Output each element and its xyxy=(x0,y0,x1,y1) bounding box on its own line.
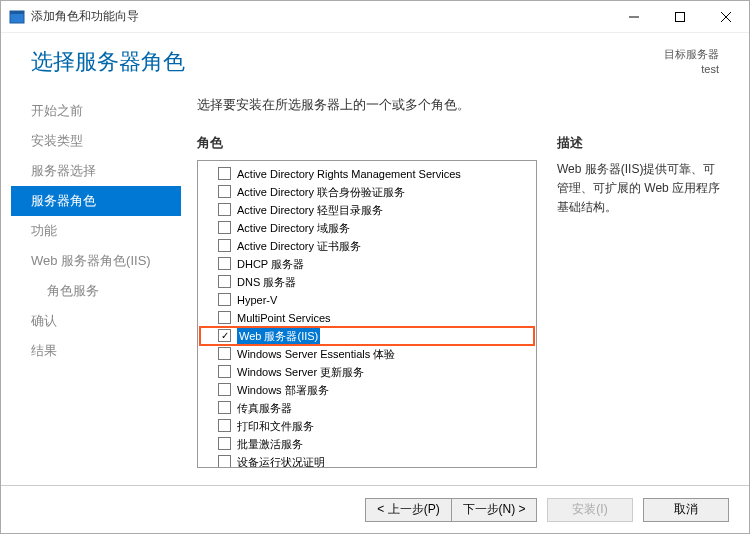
cancel-button[interactable]: 取消 xyxy=(643,498,729,522)
role-row[interactable]: Active Directory 轻型目录服务 xyxy=(200,201,534,219)
role-label: Active Directory 轻型目录服务 xyxy=(237,202,383,218)
role-label: Active Directory 域服务 xyxy=(237,220,350,236)
role-label: Windows 部署服务 xyxy=(237,382,329,398)
role-label: Hyper-V xyxy=(237,292,277,308)
role-label: Active Directory 证书服务 xyxy=(237,238,361,254)
role-checkbox[interactable] xyxy=(218,239,231,252)
role-checkbox[interactable] xyxy=(218,401,231,414)
install-button: 安装(I) xyxy=(547,498,633,522)
role-row[interactable]: Windows Server Essentials 体验 xyxy=(200,345,534,363)
role-row[interactable]: Windows Server 更新服务 xyxy=(200,363,534,381)
role-row[interactable]: MultiPoint Services xyxy=(200,309,534,327)
nav-item-7[interactable]: 确认 xyxy=(11,306,181,336)
description-heading: 描述 xyxy=(557,134,727,152)
role-checkbox[interactable] xyxy=(218,203,231,216)
role-checkbox[interactable] xyxy=(218,257,231,270)
window-title: 添加角色和功能向导 xyxy=(31,8,611,25)
target-label: 目标服务器 xyxy=(664,47,719,62)
role-checkbox[interactable] xyxy=(218,437,231,450)
titlebar: 添加角色和功能向导 xyxy=(1,1,749,33)
role-checkbox[interactable] xyxy=(218,167,231,180)
svg-rect-3 xyxy=(676,12,685,21)
role-checkbox[interactable] xyxy=(218,221,231,234)
role-checkbox[interactable] xyxy=(218,365,231,378)
role-label: 打印和文件服务 xyxy=(237,418,314,434)
roles-listbox[interactable]: Active Directory Rights Management Servi… xyxy=(197,160,537,468)
wizard-footer: < 上一步(P) 下一步(N) > 安装(I) 取消 xyxy=(1,485,749,533)
role-row[interactable]: Active Directory 证书服务 xyxy=(200,237,534,255)
target-server-info: 目标服务器 test xyxy=(664,47,719,78)
role-checkbox[interactable] xyxy=(218,185,231,198)
main-content: 选择要安装在所选服务器上的一个或多个角色。 角色 Active Director… xyxy=(181,88,739,468)
roles-heading: 角色 xyxy=(197,134,537,152)
target-value: test xyxy=(664,62,719,77)
role-label: Active Directory Rights Management Servi… xyxy=(237,166,461,182)
role-row[interactable]: 设备运行状况证明 xyxy=(200,453,534,468)
nav-item-1[interactable]: 安装类型 xyxy=(11,126,181,156)
role-checkbox[interactable] xyxy=(218,293,231,306)
role-label: Active Directory 联合身份验证服务 xyxy=(237,184,405,200)
role-label: Windows Server Essentials 体验 xyxy=(237,346,395,362)
role-checkbox[interactable] xyxy=(218,419,231,432)
role-label: 批量激活服务 xyxy=(237,436,303,452)
wizard-header: 选择服务器角色 目标服务器 test xyxy=(1,33,749,88)
role-checkbox[interactable] xyxy=(218,455,231,468)
description-text: Web 服务器(IIS)提供可靠、可管理、可扩展的 Web 应用程序基础结构。 xyxy=(557,160,727,218)
role-row[interactable]: 传真服务器 xyxy=(200,399,534,417)
role-label: Web 服务器(IIS) xyxy=(237,328,320,344)
role-checkbox[interactable] xyxy=(218,275,231,288)
role-row[interactable]: 批量激活服务 xyxy=(200,435,534,453)
nav-item-4[interactable]: 功能 xyxy=(11,216,181,246)
role-row[interactable]: 打印和文件服务 xyxy=(200,417,534,435)
role-label: DNS 服务器 xyxy=(237,274,296,290)
page-title: 选择服务器角色 xyxy=(31,47,664,77)
nav-item-0[interactable]: 开始之前 xyxy=(11,96,181,126)
next-button[interactable]: 下一步(N) > xyxy=(451,498,537,522)
role-checkbox[interactable] xyxy=(218,329,231,342)
description-column: 描述 Web 服务器(IIS)提供可靠、可管理、可扩展的 Web 应用程序基础结… xyxy=(557,134,727,468)
role-row[interactable]: Active Directory 联合身份验证服务 xyxy=(200,183,534,201)
role-row[interactable]: Windows 部署服务 xyxy=(200,381,534,399)
role-label: 设备运行状况证明 xyxy=(237,454,325,468)
role-row[interactable]: DNS 服务器 xyxy=(200,273,534,291)
role-row[interactable]: Hyper-V xyxy=(200,291,534,309)
maximize-button[interactable] xyxy=(657,1,703,33)
svg-rect-1 xyxy=(10,11,24,14)
nav-item-2[interactable]: 服务器选择 xyxy=(11,156,181,186)
nav-item-6[interactable]: 角色服务 xyxy=(11,276,181,306)
role-label: Windows Server 更新服务 xyxy=(237,364,364,380)
wizard-nav: 开始之前安装类型服务器选择服务器角色功能Web 服务器角色(IIS)角色服务确认… xyxy=(11,88,181,468)
role-checkbox[interactable] xyxy=(218,347,231,360)
role-checkbox[interactable] xyxy=(218,311,231,324)
role-row[interactable]: Web 服务器(IIS) xyxy=(200,327,534,345)
nav-item-8[interactable]: 结果 xyxy=(11,336,181,366)
wizard-icon xyxy=(9,9,25,25)
role-row[interactable]: DHCP 服务器 xyxy=(200,255,534,273)
nav-item-3[interactable]: 服务器角色 xyxy=(11,186,181,216)
role-row[interactable]: Active Directory 域服务 xyxy=(200,219,534,237)
role-label: DHCP 服务器 xyxy=(237,256,304,272)
roles-column: 角色 Active Directory Rights Management Se… xyxy=(197,134,537,468)
role-label: 传真服务器 xyxy=(237,400,292,416)
role-checkbox[interactable] xyxy=(218,383,231,396)
previous-button[interactable]: < 上一步(P) xyxy=(365,498,451,522)
nav-item-5[interactable]: Web 服务器角色(IIS) xyxy=(11,246,181,276)
minimize-button[interactable] xyxy=(611,1,657,33)
instruction-text: 选择要安装在所选服务器上的一个或多个角色。 xyxy=(197,96,727,114)
close-button[interactable] xyxy=(703,1,749,33)
role-row[interactable]: Active Directory Rights Management Servi… xyxy=(200,165,534,183)
role-label: MultiPoint Services xyxy=(237,310,331,326)
